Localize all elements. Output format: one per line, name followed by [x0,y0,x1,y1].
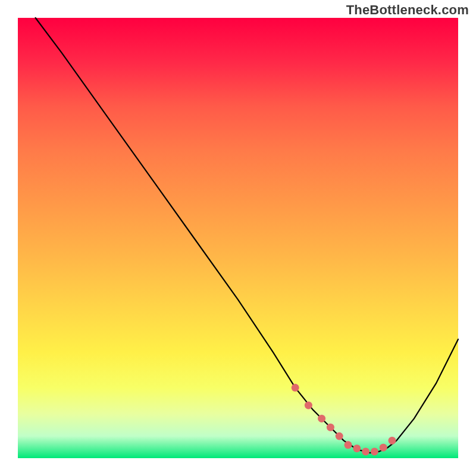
plot-svg [0,0,476,476]
optimal-marker [371,447,378,455]
bottleneck-chart: TheBottleneck.com [0,0,476,476]
optimal-marker [389,437,396,444]
optimal-marker [318,415,325,422]
optimal-marker [292,384,299,392]
optimal-marker [327,424,334,431]
optimal-marker [353,444,361,452]
optimal-marker [305,402,312,409]
optimal-marker [336,433,343,440]
optimal-marker [380,444,387,452]
optimal-marker [362,447,369,455]
watermark-text: TheBottleneck.com [346,2,469,18]
optimal-marker [345,441,352,449]
